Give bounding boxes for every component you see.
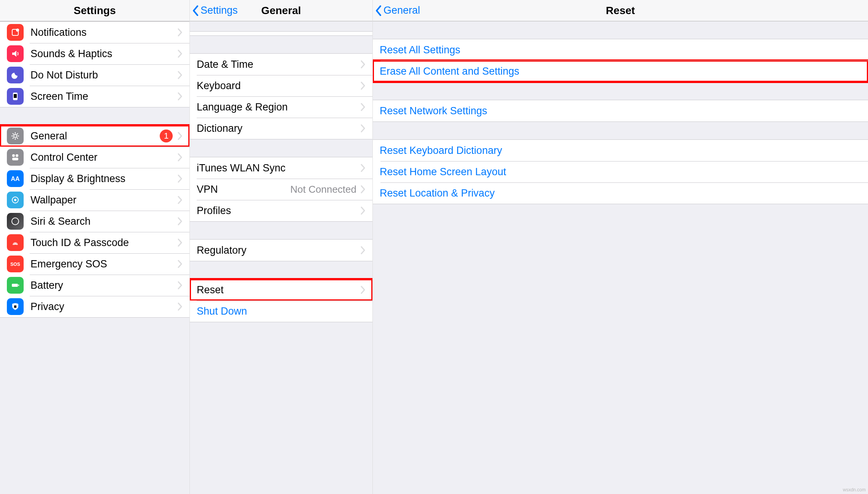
general-row-itunes-wlan-sync[interactable]: iTunes WLAN Sync [190,157,372,179]
general-group: Regulatory [190,239,372,261]
back-to-settings[interactable]: Settings [190,5,238,16]
back-to-general[interactable]: General [373,5,420,16]
chevron-right-icon [360,185,366,194]
svg-point-11 [12,218,19,225]
privacy-icon [7,298,24,315]
svg-rect-15 [14,305,16,308]
settings-row-do-not-disturb[interactable]: Do Not Disturb [0,64,189,86]
svg-point-1 [16,29,19,32]
back-label: Settings [201,5,238,16]
group-spacer [190,36,372,53]
general-row-vpn[interactable]: VPNNot Connected [190,179,372,200]
row-label: Keyboard [197,80,360,92]
chevron-right-icon [177,217,183,226]
general-group: iTunes WLAN SyncVPNNot ConnectedProfiles [190,157,372,222]
chevron-right-icon [360,81,366,90]
general-group: Date & TimeKeyboardLanguage & RegionDict… [190,53,372,139]
general-row-profiles[interactable]: Profiles [190,200,372,221]
reset-navbar: General Reset [373,0,868,21]
general-row-language-region[interactable]: Language & Region [190,96,372,118]
general-icon [7,128,24,144]
settings-list: NotificationsSounds & HapticsDo Not Dist… [0,21,189,318]
settings-row-battery[interactable]: Battery [0,275,189,296]
reset-list: Reset All SettingsErase All Content and … [373,21,868,204]
svg-text:AA: AA [11,176,20,182]
group-spacer [190,139,372,157]
row-label: Touch ID & Passcode [30,237,177,249]
row-label: General [30,130,160,142]
row-label: Battery [30,280,177,291]
wallpaper-icon [7,192,24,208]
settings-row-privacy[interactable]: Privacy [0,296,189,317]
row-label: Screen Time [30,91,177,102]
general-row-dictionary[interactable]: Dictionary [190,118,372,139]
general-panel: Settings General Date & TimeKeyboardLang… [190,0,373,494]
chevron-right-icon [177,259,183,269]
row-label: Reset All Settings [380,44,861,56]
chevron-right-icon [177,70,183,80]
siri-icon [7,213,24,230]
settings-row-siri-search[interactable]: Siri & Search [0,211,189,232]
svg-rect-5 [12,154,15,157]
row-label: Profiles [197,205,360,217]
row-label: Wallpaper [30,194,177,206]
notifications-icon [7,24,24,41]
settings-row-general[interactable]: General1 [0,125,189,147]
general-row-shut-down[interactable]: Shut Down [190,301,372,322]
group-spacer [373,82,868,100]
settings-panel: Settings NotificationsSounds & HapticsDo… [0,0,190,494]
settings-row-wallpaper[interactable]: Wallpaper [0,189,189,211]
reset-row-reset-all-settings[interactable]: Reset All Settings [373,39,868,61]
general-row-date-time[interactable]: Date & Time [190,54,372,75]
settings-group: NotificationsSounds & HapticsDo Not Dist… [0,21,189,107]
chevron-right-icon [177,174,183,183]
reset-row-erase-all-content-and-settings[interactable]: Erase All Content and Settings [373,61,868,82]
row-label: Notifications [30,27,177,38]
settings-row-sounds-haptics[interactable]: Sounds & Haptics [0,43,189,64]
settings-row-control-center[interactable]: Control Center [0,147,189,168]
group-spacer [190,261,372,279]
settings-title: Settings [0,5,189,17]
svg-rect-13 [12,284,18,287]
top-gap [190,21,372,31]
row-label: Siri & Search [30,216,177,227]
svg-rect-6 [16,154,18,157]
chevron-right-icon [177,302,183,311]
reset-title: Reset [373,5,868,17]
chevron-right-icon [177,131,183,141]
settings-row-display-brightness[interactable]: AADisplay & Brightness [0,168,189,189]
reset-group: Reset Keyboard DictionaryReset Home Scre… [373,139,868,204]
back-label: General [383,5,420,16]
settings-group: General1Control CenterAADisplay & Bright… [0,125,189,318]
general-row-regulatory[interactable]: Regulatory [190,240,372,261]
settings-row-notifications[interactable]: Notifications [0,22,189,43]
reset-row-reset-location-privacy[interactable]: Reset Location & Privacy [373,182,868,204]
general-row-keyboard[interactable]: Keyboard [190,75,372,96]
chevron-right-icon [360,124,366,133]
svg-point-10 [14,199,16,201]
svg-rect-7 [12,158,18,160]
chevron-right-icon [360,60,366,69]
general-row-reset[interactable]: Reset [190,279,372,301]
touchid-icon [7,234,24,251]
settings-row-emergency-sos[interactable]: SOSEmergency SOS [0,253,189,275]
row-label: Reset Location & Privacy [380,187,861,199]
row-label: Reset [197,284,360,296]
svg-rect-14 [18,285,19,286]
reset-row-reset-keyboard-dictionary[interactable]: Reset Keyboard Dictionary [373,140,868,161]
general-group-top [190,31,372,36]
chevron-right-icon [360,246,366,255]
row-label: Reset Network Settings [380,105,861,117]
row-label: Language & Region [197,101,360,113]
row-label: Do Not Disturb [30,69,177,81]
row-label: iTunes WLAN Sync [197,162,360,174]
settings-row-touch-id-passcode[interactable]: Touch ID & Passcode [0,232,189,253]
reset-row-reset-network-settings[interactable]: Reset Network Settings [373,100,868,122]
reset-row-reset-home-screen-layout[interactable]: Reset Home Screen Layout [373,161,868,182]
settings-row-screen-time[interactable]: Screen Time [0,86,189,107]
row-label: Shut Down [197,305,366,317]
row-label: Privacy [30,301,177,313]
chevron-right-icon [360,206,366,215]
row-label: Control Center [30,152,177,163]
chevron-right-icon [360,102,366,112]
